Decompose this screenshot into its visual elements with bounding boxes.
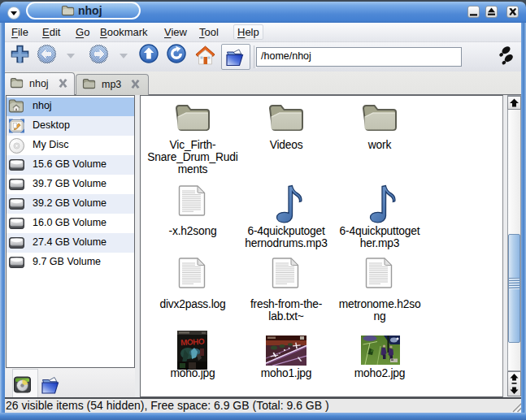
svg-text:MOHO: MOHO (180, 337, 205, 348)
